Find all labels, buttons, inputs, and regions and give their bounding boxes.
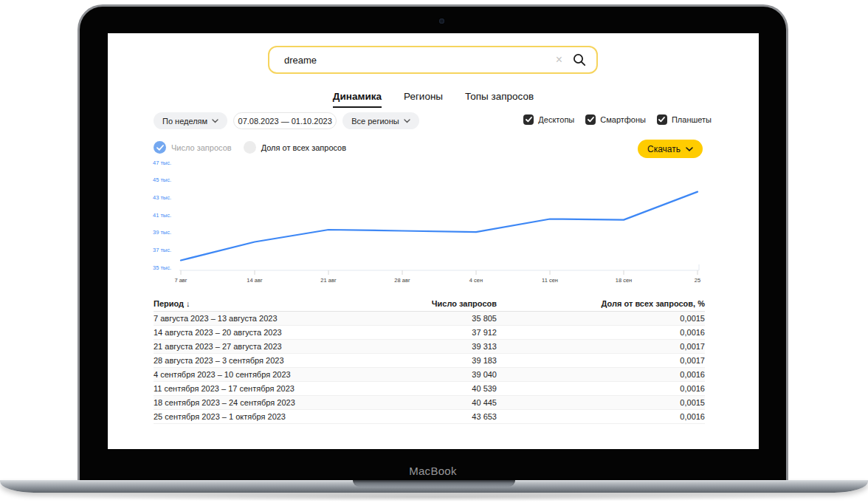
device-type-filters: Десктопы Смартфоны Планшеты [523,114,712,125]
checkbox-tablets[interactable]: Планшеты [657,114,712,125]
radio-label: Число запросов [171,143,232,152]
share-cell: 0,0015 [497,314,705,323]
checkbox-label: Планшеты [672,115,712,124]
chevron-down-icon [404,119,410,123]
radio-unselected-icon [244,141,256,154]
y-axis-tick-label: 39 тыс. [153,229,171,236]
table-row: 11 сентября 2023 – 17 сентября 202340 53… [154,382,705,396]
column-header-period[interactable]: Период↓ [154,299,390,308]
query-count-line-series [181,192,698,261]
x-axis-tick-label: 4 сен [469,277,483,284]
radio-query-count[interactable]: Число запросов [154,141,232,154]
table-body: 7 августа 2023 – 13 августа 202335 8050,… [154,312,705,424]
macbook-mockup: × Динамика Регионы Топы запросов По неде… [0,0,868,503]
period-cell: 21 августа 2023 – 27 августа 2023 [154,342,390,351]
y-axis-tick-label: 37 тыс. [153,247,171,253]
download-label: Скачать [647,144,681,154]
tab-bar: Динамика Регионы Топы запросов [108,91,759,108]
filter-row: По неделям 07.08.2023 — 01.10.2023 Все р… [154,112,419,129]
y-axis-tick-label: 35 тыс. [153,264,171,271]
chevron-down-icon [212,119,218,123]
laptop-base [0,480,868,496]
period-cell: 14 августа 2023 – 20 августа 2023 [154,328,390,337]
y-axis-tick-label: 41 тыс. [153,212,171,219]
period-cell: 28 августа 2023 – 3 сентября 2023 [154,356,390,365]
laptop-lid: × Динамика Регионы Топы запросов По неде… [78,4,788,482]
x-axis-tick-label: 14 авг [247,277,263,284]
webcam-icon [439,18,444,24]
checkbox-desktops[interactable]: Десктопы [523,114,574,125]
screen: × Динамика Регионы Топы запросов По неде… [108,33,759,449]
sort-desc-icon: ↓ [186,299,190,308]
radio-selected-icon [154,141,166,154]
queries-cell: 39 040 [390,370,497,379]
queries-cell: 40 445 [390,398,497,407]
table-row: 21 августа 2023 – 27 августа 202339 3130… [154,340,705,354]
checkbox-checked-icon [585,114,596,125]
x-axis-tick-label: 7 авг [174,277,187,284]
period-cell: 18 сентября 2023 – 24 сентября 2023 [154,398,390,407]
date-range-label: 07.08.2023 — 01.10.2023 [238,117,332,126]
clear-icon[interactable]: × [556,54,562,66]
share-cell: 0,0017 [497,356,705,365]
macbook-label: MacBook [80,465,786,477]
periods-table: Период↓ Число запросов Доля от всех запр… [154,296,705,424]
period-cell: 7 августа 2023 – 13 августа 2023 [154,314,390,323]
table-row: 28 августа 2023 – 3 сентября 202339 1830… [154,354,705,368]
group-by-label: По неделям [162,117,207,126]
region-label: Все регионы [351,117,399,126]
share-cell: 0,0017 [497,342,705,351]
metric-toggle: Число запросов Доля от всех запросов [154,141,346,154]
x-axis-tick-label: 25 [695,277,700,284]
x-axis-tick-label: 28 авг [394,277,410,284]
tab-dynamics[interactable]: Динамика [333,91,382,108]
share-cell: 0,0016 [497,370,705,379]
share-cell: 0,0016 [497,412,705,421]
dynamics-line-chart: 35 тыс.37 тыс.39 тыс.41 тыс.43 тыс.45 ты… [148,159,709,290]
table-header-row: Период↓ Число запросов Доля от всех запр… [154,296,705,312]
region-dropdown[interactable]: Все регионы [342,112,419,129]
queries-cell: 40 539 [390,384,497,393]
checkbox-label: Десктопы [538,115,574,124]
checkbox-label: Смартфоны [600,115,646,124]
table-row: 14 августа 2023 – 20 августа 202337 9120… [154,326,705,340]
table-row: 4 сентября 2023 – 10 сентября 202339 040… [154,368,705,382]
x-axis-tick-label: 21 авг [320,277,337,284]
column-header-queries: Число запросов [390,299,497,308]
search-icon[interactable] [573,53,586,66]
queries-cell: 35 805 [390,314,497,323]
share-cell: 0,0015 [497,398,705,407]
chevron-down-icon [686,147,693,151]
radio-share-of-queries[interactable]: Доля от всех запросов [244,141,346,154]
search-input[interactable] [284,55,556,66]
x-axis-tick-label: 18 сен [616,277,633,284]
group-by-dropdown[interactable]: По неделям [154,112,227,129]
date-range-picker[interactable]: 07.08.2023 — 01.10.2023 [233,112,337,129]
column-header-share: Доля от всех запросов, % [497,299,705,308]
y-axis-tick-label: 47 тыс. [153,160,171,166]
tab-regions[interactable]: Регионы [404,91,443,108]
download-button[interactable]: Скачать [638,140,703,158]
radio-label: Доля от всех запросов [261,143,346,152]
queries-cell: 37 912 [390,328,497,337]
base-slab [0,480,868,493]
checkbox-checked-icon [523,114,534,125]
table-row: 7 августа 2023 – 13 августа 202335 8050,… [154,312,705,326]
search-bar: × [268,46,598,74]
table-row: 18 сентября 2023 – 24 сентября 202340 44… [154,396,705,410]
share-cell: 0,0016 [497,384,705,393]
queries-cell: 39 313 [390,342,497,351]
queries-cell: 43 653 [390,412,497,421]
base-notch [353,480,515,487]
checkbox-smartphones[interactable]: Смартфоны [585,114,646,125]
share-cell: 0,0016 [497,328,705,337]
checkbox-checked-icon [657,114,667,125]
table-row: 25 сентября 2023 – 1 октября 202343 6530… [154,410,705,424]
tab-top-queries[interactable]: Топы запросов [465,91,534,108]
queries-cell: 39 183 [390,356,497,365]
y-axis-tick-label: 45 тыс. [153,177,171,183]
period-cell: 4 сентября 2023 – 10 сентября 2023 [154,370,390,379]
y-axis-tick-label: 43 тыс. [153,194,171,201]
period-cell: 11 сентября 2023 – 17 сентября 2023 [154,384,390,393]
x-axis-tick-label: 11 сен [542,277,558,284]
